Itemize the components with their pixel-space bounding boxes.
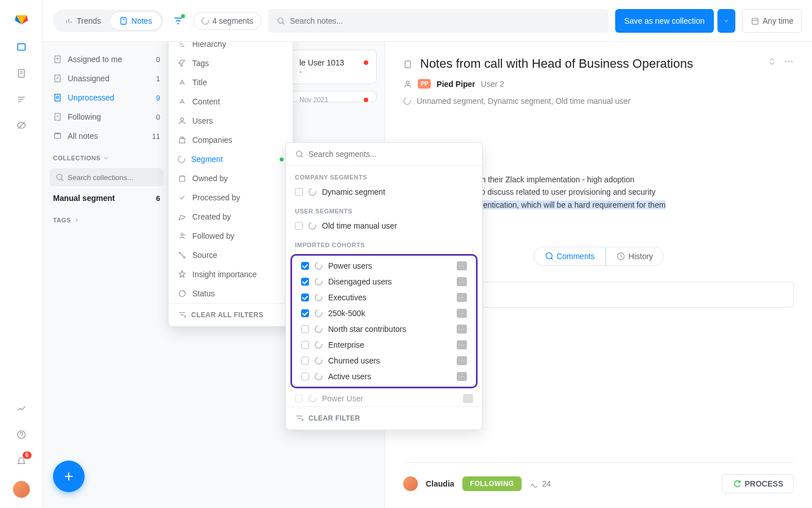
segment-option[interactable]: Power User⋯ xyxy=(286,391,482,406)
filter-option-segment[interactable]: Segment xyxy=(169,150,293,169)
tab-comments[interactable]: Comments xyxy=(533,247,606,266)
eye-off-icon[interactable] xyxy=(16,120,27,131)
tags-heading[interactable]: TAGS xyxy=(43,208,170,228)
filter-option-followed-by[interactable]: Followed by xyxy=(169,226,293,246)
sidebar-label: Unprocessed xyxy=(68,93,114,102)
save-dropdown[interactable] xyxy=(717,9,735,33)
svg-line-21 xyxy=(283,22,284,24)
svg-point-39 xyxy=(406,81,409,84)
svg-point-50 xyxy=(181,233,183,235)
time-label: Any time xyxy=(763,16,793,25)
save-collection-button[interactable]: Save as new collection xyxy=(615,9,713,33)
svg-point-46 xyxy=(180,118,183,121)
segment-option[interactable]: Enterprise⋯ xyxy=(292,337,476,353)
segment-option[interactable]: North star contributors⋯ xyxy=(292,321,476,337)
calendar-icon xyxy=(751,16,760,25)
company-badge: PP xyxy=(418,79,431,89)
note-card[interactable]: Nov 2021 xyxy=(291,91,377,102)
chart-icon[interactable] xyxy=(16,403,27,414)
segment-option[interactable]: Churned users⋯ xyxy=(292,353,476,369)
search-icon xyxy=(295,150,304,159)
collections-search-input[interactable] xyxy=(68,173,162,182)
list-icon[interactable] xyxy=(16,94,27,105)
more-icon[interactable]: ⋯ xyxy=(457,277,467,286)
highlighted-cohorts: Power users⋯Disengaged users⋯Executives⋯… xyxy=(290,254,478,388)
sidebar-item-assigned[interactable]: Assigned to me0 xyxy=(43,50,170,69)
collection-manual-segment[interactable]: Manual segment6 xyxy=(43,189,170,208)
tab-trends-label: Trends xyxy=(77,16,101,25)
more-icon[interactable]: ⋯ xyxy=(457,340,467,349)
author-name: Claudia xyxy=(426,479,454,488)
company-name[interactable]: Pied Piper xyxy=(436,80,475,89)
filter-button[interactable] xyxy=(170,13,186,29)
svg-line-53 xyxy=(180,253,183,256)
chevron-down-icon xyxy=(103,155,109,161)
tab-history[interactable]: History xyxy=(606,247,664,266)
doc-icon[interactable] xyxy=(16,68,27,79)
segment-option[interactable]: 250k-500k⋯ xyxy=(292,305,476,321)
more-icon[interactable]: ⋯ xyxy=(457,325,467,334)
note-title: Notes from call with Head of Business Op… xyxy=(420,56,693,71)
segment-option[interactable]: Disengaged users⋯ xyxy=(292,274,476,290)
filter-option-companies[interactable]: Companies xyxy=(169,130,293,150)
collections-heading[interactable]: COLLECTIONS xyxy=(43,146,170,166)
filter-option-owned-by[interactable]: Owned by xyxy=(169,169,293,188)
sidebar-label: All notes xyxy=(68,132,98,141)
add-button[interactable]: + xyxy=(53,461,85,492)
user-name: User 2 xyxy=(481,80,504,89)
following-badge[interactable]: FOLLOWING xyxy=(462,476,522,491)
segments-button[interactable]: 4 segments xyxy=(193,12,262,30)
segment-option[interactable]: Power users⋯ xyxy=(292,258,476,274)
more-icon[interactable]: ⋯ xyxy=(457,372,467,381)
sidebar-item-following[interactable]: Following0 xyxy=(43,107,170,126)
tab-notes[interactable]: Notes xyxy=(110,12,161,30)
svg-point-25 xyxy=(57,58,59,59)
more-icon[interactable]: ⋯ xyxy=(463,394,473,403)
filter-option-tags[interactable]: Tags xyxy=(169,54,293,73)
filter-option-processed-by[interactable]: Processed by xyxy=(169,188,293,207)
segment-search[interactable] xyxy=(286,143,482,166)
time-filter[interactable]: Any time xyxy=(742,9,802,33)
segment-option[interactable]: Executives⋯ xyxy=(292,290,476,305)
search-input[interactable] xyxy=(290,16,601,25)
more-icon[interactable] xyxy=(784,56,794,67)
notes-icon[interactable] xyxy=(16,42,27,53)
bell-icon[interactable]: 6 xyxy=(16,455,27,466)
filter-option-users[interactable]: Users xyxy=(169,111,293,130)
filter-option-insight-importance[interactable]: Insight importance xyxy=(169,265,293,284)
more-icon[interactable]: ⋯ xyxy=(457,261,467,270)
collections-search[interactable] xyxy=(50,168,164,186)
segment-icon xyxy=(401,95,412,106)
segment-search-input[interactable] xyxy=(308,150,473,159)
search-box[interactable] xyxy=(268,9,608,33)
clear-all-filters[interactable]: CLEAR ALL FILTERS xyxy=(169,303,293,326)
segment-dropdown: COMPANY SEGMENTS Dynamic segment USER SE… xyxy=(285,142,483,430)
svg-line-42 xyxy=(621,256,623,257)
filter-option-hierarchy[interactable]: Hierarchy xyxy=(169,42,293,54)
filter-option-status[interactable]: Status xyxy=(169,284,293,303)
filter-option-content[interactable]: Content xyxy=(169,92,293,111)
sidebar-item-all[interactable]: All notes11 xyxy=(43,126,170,146)
clear-filter-button[interactable]: CLEAR FILTER xyxy=(286,406,482,430)
svg-line-27 xyxy=(56,77,59,79)
collapse-icon[interactable] xyxy=(767,56,777,67)
more-icon[interactable]: ⋯ xyxy=(457,356,467,365)
note-card[interactable]: le User 1013 - xyxy=(291,50,377,84)
sidebar-item-unprocessed[interactable]: Unprocessed9 xyxy=(43,88,170,107)
avatar[interactable] xyxy=(13,481,30,498)
more-icon[interactable]: ⋯ xyxy=(457,293,467,302)
more-icon[interactable]: ⋯ xyxy=(457,309,467,318)
sidebar-item-unassigned[interactable]: Unassigned1 xyxy=(43,69,170,88)
segment-option[interactable]: Active users⋯ xyxy=(292,369,476,384)
segment-option[interactable]: Dynamic segment xyxy=(286,184,482,200)
filter-option-created-by[interactable]: Created by xyxy=(169,207,293,226)
seg-group-imported: IMPORTED COHORTS xyxy=(286,234,482,252)
tab-trends[interactable]: Trends xyxy=(55,12,110,30)
filter-option-title[interactable]: Title xyxy=(169,73,293,92)
segment-option[interactable]: Old time manual user xyxy=(286,218,482,234)
filter-option-source[interactable]: Source xyxy=(169,246,293,265)
process-button[interactable]: PROCESS xyxy=(722,474,794,493)
help-icon[interactable] xyxy=(16,429,27,440)
card-snippet: - xyxy=(299,67,368,76)
nav-rail: 6 xyxy=(0,0,43,508)
